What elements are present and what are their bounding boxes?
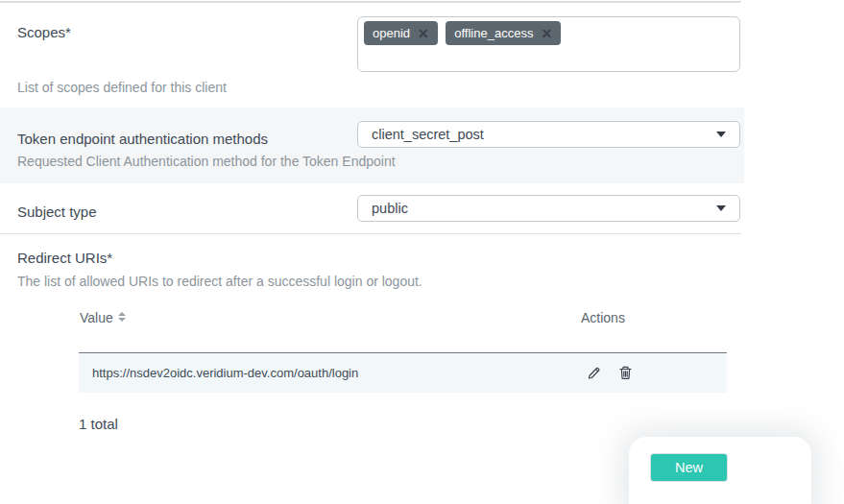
caret-down-icon xyxy=(716,205,726,211)
scope-chip: offline_access ✕ xyxy=(446,21,561,45)
section-divider xyxy=(0,233,741,234)
subject-type-select[interactable]: public xyxy=(357,195,740,222)
total-count: 1 total xyxy=(79,416,118,432)
trash-icon xyxy=(617,365,634,381)
scope-chip-label: offline_access xyxy=(454,26,533,40)
token-auth-selected-value: client_secret_post xyxy=(372,127,484,142)
scopes-input[interactable]: openid ✕ offline_access ✕ xyxy=(357,16,740,72)
caret-down-icon xyxy=(716,132,726,137)
pencil-icon xyxy=(586,365,602,381)
new-button-label: New xyxy=(675,460,703,475)
redirect-uris-help-text: The list of allowed URIs to redirect aft… xyxy=(17,274,422,289)
token-auth-help-text: Requested Client Authentication method f… xyxy=(17,154,396,169)
previous-field-bottom-edge xyxy=(0,0,741,3)
subject-type-label: Subject type xyxy=(17,204,97,220)
column-header-actions: Actions xyxy=(581,310,625,325)
scope-chip-label: openid xyxy=(373,26,410,40)
token-auth-select[interactable]: client_secret_post xyxy=(357,121,740,148)
new-button[interactable]: New xyxy=(651,454,727,481)
edit-button[interactable] xyxy=(586,365,602,381)
chip-close-icon[interactable]: ✕ xyxy=(418,27,429,40)
subject-type-selected-value: public xyxy=(372,201,408,216)
sort-icon[interactable] xyxy=(118,312,126,322)
chip-close-icon[interactable]: ✕ xyxy=(541,27,552,40)
delete-button[interactable] xyxy=(617,365,634,381)
table-row: https://nsdev2oidc.veridium-dev.com/oaut… xyxy=(79,353,727,393)
scopes-label: Scopes* xyxy=(17,24,71,40)
column-header-value[interactable]: Value xyxy=(80,310,126,325)
redirect-uri-value: https://nsdev2oidc.veridium-dev.com/oaut… xyxy=(79,366,358,380)
scopes-help-text: List of scopes defined for this client xyxy=(17,80,227,95)
redirect-uris-title: Redirect URIs* xyxy=(17,250,112,266)
token-auth-label: Token endpoint authentication methods xyxy=(17,131,268,147)
scope-chip: openid ✕ xyxy=(364,21,438,45)
